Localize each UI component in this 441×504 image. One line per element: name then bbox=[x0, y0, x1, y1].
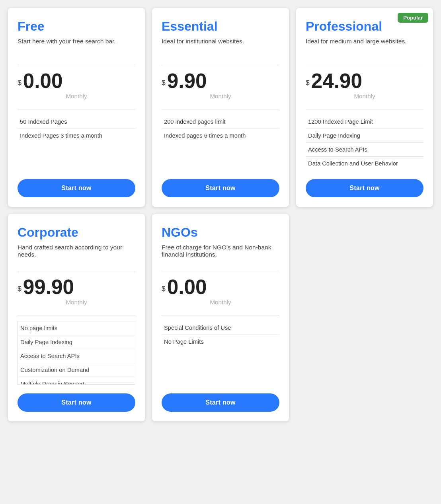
price-row: $99.90 bbox=[18, 277, 135, 297]
divider bbox=[162, 109, 279, 109]
features-list: 1200 Indexed Page LimitDaily Page Indexi… bbox=[306, 115, 423, 170]
divider bbox=[18, 315, 135, 315]
feature-item: No Page Limits bbox=[162, 335, 279, 348]
divider bbox=[162, 315, 279, 315]
divider bbox=[306, 65, 423, 65]
feature-item: Access to Search APIs bbox=[18, 349, 135, 363]
price-row: $24.90 bbox=[306, 71, 423, 91]
divider bbox=[162, 65, 279, 65]
plan-card-corporate: CorporateHand crafted search according t… bbox=[8, 214, 145, 421]
plan-desc-essential: Ideal for institutional websites. bbox=[162, 38, 279, 55]
plan-title-ngos: NGOs bbox=[162, 225, 279, 240]
price-currency: $ bbox=[162, 285, 166, 293]
start-button-free[interactable]: Start now bbox=[18, 179, 135, 197]
price-period: Monthly bbox=[162, 299, 279, 306]
features-list: 200 indexed pages limitIndexed pages 6 t… bbox=[162, 115, 279, 170]
price-currency: $ bbox=[18, 285, 21, 293]
divider bbox=[18, 271, 135, 271]
feature-item: Daily Page Indexing bbox=[18, 335, 135, 349]
pricing-grid: FreeStart here with your free search bar… bbox=[8, 8, 433, 207]
plan-card-free: FreeStart here with your free search bar… bbox=[8, 8, 145, 207]
feature-item: 50 Indexed Pages bbox=[18, 115, 135, 129]
divider bbox=[162, 271, 279, 271]
price-period: Monthly bbox=[18, 93, 135, 99]
plan-desc-free: Start here with your free search bar. bbox=[18, 38, 135, 55]
features-list[interactable]: No page limitsDaily Page IndexingAccess … bbox=[18, 321, 135, 385]
features-list: Special Conditions of UseNo Page Limits bbox=[162, 321, 279, 385]
popular-badge: Popular bbox=[398, 13, 428, 23]
plan-desc-ngos: Free of charge for NGO's and Non-bank fi… bbox=[162, 244, 279, 261]
price-amount: 9.90 bbox=[167, 71, 207, 91]
feature-item: Access to Search APIs bbox=[306, 143, 423, 157]
plan-title-essential: Essential bbox=[162, 19, 279, 34]
price-period: Monthly bbox=[162, 93, 279, 99]
feature-item: Daily Page Indexing bbox=[306, 129, 423, 143]
price-row: $0.00 bbox=[18, 71, 135, 91]
feature-item: 200 indexed pages limit bbox=[162, 115, 279, 129]
divider bbox=[306, 109, 423, 109]
price-period: Monthly bbox=[306, 93, 423, 99]
plan-desc-professional: Ideal for medium and large websites. bbox=[306, 38, 423, 55]
feature-item: No page limits bbox=[18, 321, 135, 335]
plan-desc-corporate: Hand crafted search according to your ne… bbox=[18, 244, 135, 261]
start-button-professional[interactable]: Start now bbox=[306, 179, 423, 197]
divider bbox=[18, 65, 135, 65]
price-currency: $ bbox=[306, 79, 310, 87]
price-row: $9.90 bbox=[162, 71, 279, 91]
price-row: $0.00 bbox=[162, 277, 279, 297]
features-list: 50 Indexed PagesIndexed Pages 3 times a … bbox=[18, 115, 135, 170]
price-currency: $ bbox=[162, 79, 166, 87]
price-amount: 24.90 bbox=[311, 71, 362, 91]
price-amount: 99.90 bbox=[23, 277, 74, 297]
feature-item: Indexed Pages 3 times a month bbox=[18, 129, 135, 142]
feature-item: 1200 Indexed Page Limit bbox=[306, 115, 423, 129]
feature-item: Customization on Demand bbox=[18, 363, 135, 377]
start-button-corporate[interactable]: Start now bbox=[18, 393, 135, 412]
plan-card-ngos: NGOsFree of charge for NGO's and Non-ban… bbox=[152, 214, 289, 421]
pricing-grid-row2: CorporateHand crafted search according t… bbox=[8, 214, 433, 421]
feature-item: Indexed pages 6 times a month bbox=[162, 129, 279, 142]
plan-card-professional: PopularProfessionalIdeal for medium and … bbox=[296, 8, 433, 207]
divider bbox=[18, 109, 135, 109]
price-amount: 0.00 bbox=[167, 277, 207, 297]
price-currency: $ bbox=[18, 79, 21, 87]
plan-card-essential: EssentialIdeal for institutional website… bbox=[152, 8, 289, 207]
price-amount: 0.00 bbox=[23, 71, 63, 91]
price-period: Monthly bbox=[18, 299, 135, 306]
feature-item: Data Collection and User Behavior bbox=[306, 157, 423, 170]
feature-item: Special Conditions of Use bbox=[162, 321, 279, 335]
start-button-ngos[interactable]: Start now bbox=[162, 393, 279, 412]
feature-item: Multiple Domain Support bbox=[18, 377, 135, 385]
plan-title-corporate: Corporate bbox=[18, 225, 135, 240]
plan-title-free: Free bbox=[18, 19, 135, 34]
start-button-essential[interactable]: Start now bbox=[162, 179, 279, 197]
